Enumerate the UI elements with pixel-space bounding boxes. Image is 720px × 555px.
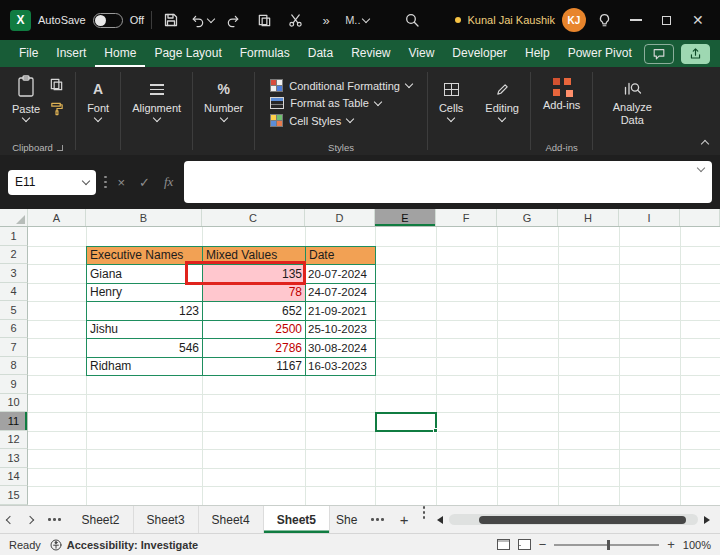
enter-button[interactable]: ✓ — [136, 175, 153, 190]
search-button[interactable] — [400, 7, 424, 33]
sheet-tab-partial[interactable]: She — [330, 506, 363, 533]
analyze-data-button[interactable]: Analyze Data — [600, 72, 664, 141]
conditional-formatting-button[interactable]: Conditional Formatting — [270, 79, 412, 92]
quick-access-overflow-button[interactable]: » — [314, 7, 338, 33]
col-header-h[interactable]: H — [558, 209, 619, 226]
row-header-13[interactable]: 13 — [0, 449, 28, 468]
col-header-a[interactable]: A — [28, 209, 86, 226]
row-header-9[interactable]: 9 — [0, 375, 28, 394]
tips-button[interactable] — [593, 7, 617, 33]
zoom-out-button[interactable]: − — [539, 538, 547, 551]
tab-view[interactable]: View — [400, 40, 444, 67]
cell-d6[interactable]: 25-10-2023 — [306, 321, 376, 340]
insert-function-button[interactable]: fx — [161, 174, 176, 190]
select-all-corner[interactable] — [0, 209, 28, 226]
cell-d2[interactable]: Date — [306, 247, 376, 266]
sheet-tab-sheet4[interactable]: Sheet4 — [199, 506, 264, 533]
tab-developer[interactable]: Developer — [443, 40, 516, 67]
paste-button[interactable]: Paste — [7, 72, 45, 141]
undo-button[interactable] — [190, 7, 214, 33]
col-header-c[interactable]: C — [202, 209, 305, 226]
format-as-table-button[interactable]: Format as Table — [270, 97, 412, 109]
cell-c7[interactable]: 2786 — [203, 339, 306, 358]
scrollbar-thumb[interactable] — [479, 516, 686, 524]
row-header-10[interactable]: 10 — [0, 394, 28, 413]
cell-b7[interactable]: 546 — [87, 339, 203, 358]
new-sheet-button[interactable]: + — [392, 506, 417, 533]
col-header-d[interactable]: D — [305, 209, 375, 226]
alignment-dropdown-button[interactable]: Alignment — [128, 72, 185, 141]
sheet-options-right-icon[interactable] — [363, 506, 392, 533]
addins-button[interactable]: Add-ins — [538, 72, 585, 141]
cell-b5[interactable]: 123 — [87, 302, 203, 321]
col-header-i[interactable]: I — [619, 209, 680, 226]
document-menu-button[interactable]: M.. — [345, 7, 369, 33]
page-layout-view-button[interactable] — [497, 539, 510, 550]
sheetbar-more-icon[interactable] — [417, 506, 432, 533]
zoom-slider[interactable] — [554, 544, 659, 546]
excel-logo-icon[interactable]: X — [10, 10, 31, 31]
sheet-nav-prev-button[interactable] — [0, 506, 20, 533]
tab-power-pivot[interactable]: Power Pivot — [559, 40, 641, 67]
cut-button[interactable] — [283, 7, 307, 33]
cell-d4[interactable]: 24-07-2024 — [306, 284, 376, 303]
cancel-button[interactable]: × — [115, 175, 129, 190]
sheet-tab-sheet5-active[interactable]: Sheet5 — [264, 506, 330, 533]
tab-file[interactable]: File — [10, 40, 47, 67]
row-header-15[interactable]: 15 — [0, 486, 28, 505]
cell-c8[interactable]: 1167 — [203, 358, 306, 377]
sheet-nav-next-button[interactable] — [20, 506, 40, 533]
row-header-5[interactable]: 5 — [0, 301, 28, 320]
copy-small-button[interactable] — [49, 77, 64, 92]
dialog-launcher-icon[interactable] — [57, 145, 63, 151]
save-button[interactable] — [159, 7, 183, 33]
collapse-ribbon-icon[interactable] — [701, 140, 709, 148]
col-header-e-selected[interactable]: E — [375, 209, 436, 226]
row-header-6[interactable]: 6 — [0, 320, 28, 339]
sheet-tab-sheet3[interactable]: Sheet3 — [134, 506, 199, 533]
selected-cell-e11[interactable] — [375, 412, 437, 432]
format-painter-button[interactable] — [49, 101, 64, 116]
copy-button[interactable] — [252, 7, 276, 33]
cell-styles-button[interactable]: Cell Styles — [270, 114, 412, 127]
restore-button[interactable] — [655, 7, 679, 33]
zoom-in-button[interactable]: + — [667, 538, 675, 551]
close-button[interactable]: ✕ — [686, 7, 710, 33]
tab-page-layout[interactable]: Page Layout — [145, 40, 230, 67]
col-header-f[interactable]: F — [436, 209, 497, 226]
col-header-partial[interactable] — [680, 209, 720, 226]
accessibility-checker-button[interactable]: Accessibility: Investigate — [50, 539, 198, 551]
tab-review[interactable]: Review — [342, 40, 399, 67]
cell-b4[interactable]: Henry — [87, 284, 203, 303]
number-dropdown-button[interactable]: % Number — [200, 72, 247, 141]
comments-button[interactable] — [644, 44, 674, 64]
tab-data[interactable]: Data — [299, 40, 342, 67]
cell-c4[interactable]: 78 — [203, 284, 306, 303]
row-header-3[interactable]: 3 — [0, 264, 28, 283]
row-header-7[interactable]: 7 — [0, 338, 28, 357]
tab-help[interactable]: Help — [516, 40, 559, 67]
row-header-11-selected[interactable]: 11 — [0, 412, 28, 431]
sheet-tab-sheet2[interactable]: Sheet2 — [69, 506, 134, 533]
tab-insert[interactable]: Insert — [47, 40, 95, 67]
tab-home[interactable]: Home — [95, 40, 145, 67]
formula-input[interactable] — [184, 161, 712, 203]
cell-d3[interactable]: 20-07-2024 — [306, 265, 376, 284]
col-header-b[interactable]: B — [86, 209, 202, 226]
redo-button[interactable] — [221, 7, 245, 33]
cell-c5[interactable]: 652 — [203, 302, 306, 321]
page-break-view-button[interactable] — [518, 539, 531, 550]
sheet-options-left-icon[interactable] — [40, 506, 69, 533]
row-header-14[interactable]: 14 — [0, 468, 28, 487]
row-header-12[interactable]: 12 — [0, 431, 28, 450]
expand-formula-bar-icon[interactable] — [697, 164, 705, 172]
cell-b8[interactable]: Ridham — [87, 358, 203, 377]
row-header-8[interactable]: 8 — [0, 357, 28, 376]
cell-b6[interactable]: Jishu — [87, 321, 203, 340]
col-header-g[interactable]: G — [497, 209, 558, 226]
tab-formulas[interactable]: Formulas — [231, 40, 299, 67]
cell-d8[interactable]: 16-03-2023 — [306, 358, 376, 377]
fill-handle[interactable] — [433, 428, 438, 433]
formula-bar-handle[interactable] — [104, 176, 107, 189]
cell-d7[interactable]: 30-08-2024 — [306, 339, 376, 358]
